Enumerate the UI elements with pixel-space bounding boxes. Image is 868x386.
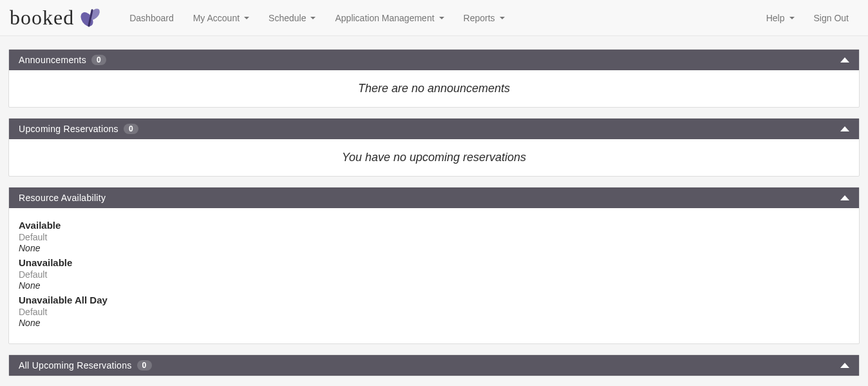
panel-title-text: All Upcoming Reservations xyxy=(19,360,132,371)
all-upcoming-count-badge: 0 xyxy=(137,360,152,371)
brand-text: booked xyxy=(10,6,74,30)
brand-logo-icon xyxy=(78,5,104,31)
availability-group-unavailable-all-day: Unavailable All Day Default None xyxy=(19,294,849,328)
caret-down-icon xyxy=(789,17,795,19)
nav-label: Schedule xyxy=(269,13,306,23)
upcoming-count-badge: 0 xyxy=(124,124,138,134)
caret-down-icon xyxy=(310,17,316,19)
caret-down-icon xyxy=(244,17,249,19)
announcements-body: There are no announcements xyxy=(9,70,859,107)
announcements-panel: Announcements 0 There are no announcemen… xyxy=(8,49,860,108)
panel-title-text: Resource Availability xyxy=(19,193,106,203)
resource-availability-header[interactable]: Resource Availability xyxy=(9,188,859,208)
announcements-empty-text: There are no announcements xyxy=(19,82,849,95)
availability-sub: Default xyxy=(19,307,849,317)
all-upcoming-reservations-panel: All Upcoming Reservations 0 xyxy=(8,354,860,376)
nav-my-account[interactable]: My Account xyxy=(184,1,259,35)
panel-title-text: Announcements xyxy=(19,55,86,65)
navbar: booked Dashboard My Account Schedule App… xyxy=(0,0,868,36)
availability-group-available: Available Default None xyxy=(19,220,849,253)
all-upcoming-reservations-header[interactable]: All Upcoming Reservations 0 xyxy=(9,355,859,376)
resource-availability-panel: Resource Availability Available Default … xyxy=(8,187,860,344)
availability-none: None xyxy=(19,318,849,328)
upcoming-empty-text: You have no upcoming reservations xyxy=(19,151,849,164)
announcements-count-badge: 0 xyxy=(91,55,106,65)
chevron-up-icon xyxy=(840,126,849,131)
nav-label: Sign Out xyxy=(814,13,849,23)
upcoming-reservations-header[interactable]: Upcoming Reservations 0 xyxy=(9,119,859,139)
availability-group-unavailable: Unavailable Default None xyxy=(19,257,849,291)
nav-help[interactable]: Help xyxy=(757,1,804,35)
chevron-up-icon xyxy=(840,363,849,368)
chevron-up-icon xyxy=(840,195,849,200)
nav-reports[interactable]: Reports xyxy=(454,1,514,35)
nav-label: Dashboard xyxy=(129,13,174,23)
nav-label: Application Management xyxy=(335,13,434,23)
caret-down-icon xyxy=(500,17,505,19)
upcoming-reservations-panel: Upcoming Reservations 0 You have no upco… xyxy=(8,118,860,177)
nav-label: Help xyxy=(766,13,785,23)
availability-none: None xyxy=(19,243,849,253)
caret-down-icon xyxy=(439,17,444,19)
availability-heading: Available xyxy=(19,220,849,231)
nav-left: Dashboard My Account Schedule Applicatio… xyxy=(120,1,757,35)
nav-application-management[interactable]: Application Management xyxy=(325,1,453,35)
panel-title-text: Upcoming Reservations xyxy=(19,124,118,134)
upcoming-body: You have no upcoming reservations xyxy=(9,139,859,176)
availability-heading: Unavailable xyxy=(19,257,849,268)
nav-dashboard[interactable]: Dashboard xyxy=(120,1,184,35)
nav-label: Reports xyxy=(464,13,495,23)
availability-sub: Default xyxy=(19,232,849,242)
nav-label: My Account xyxy=(193,13,240,23)
chevron-up-icon xyxy=(840,57,849,63)
dashboard-container: Announcements 0 There are no announcemen… xyxy=(0,36,868,386)
nav-schedule[interactable]: Schedule xyxy=(259,1,325,35)
availability-heading: Unavailable All Day xyxy=(19,294,849,305)
availability-sub: Default xyxy=(19,269,849,280)
availability-none: None xyxy=(19,280,849,291)
resource-availability-body: Available Default None Unavailable Defau… xyxy=(9,208,859,343)
nav-sign-out[interactable]: Sign Out xyxy=(804,1,858,35)
brand[interactable]: booked xyxy=(10,5,120,31)
announcements-header[interactable]: Announcements 0 xyxy=(9,50,859,70)
nav-right: Help Sign Out xyxy=(757,1,858,35)
